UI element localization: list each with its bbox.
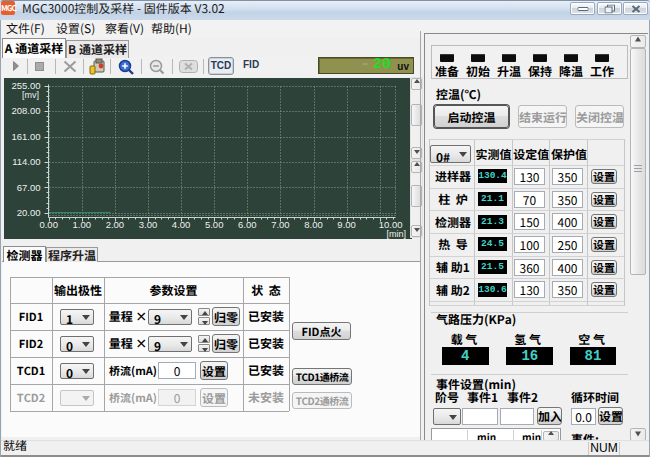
svg-text:5.00: 5.00 [205, 219, 224, 230]
svg-text:67.00: 67.00 [17, 182, 41, 193]
svg-text:8.00: 8.00 [304, 219, 323, 230]
svg-text:[mv]: [mv] [22, 90, 39, 100]
svg-text:3.00: 3.00 [139, 219, 158, 230]
svg-text:114.00: 114.00 [12, 156, 40, 167]
svg-text:[min]: [min] [386, 229, 406, 239]
svg-text:0.00: 0.00 [39, 219, 58, 230]
svg-text:4.00: 4.00 [172, 219, 191, 230]
svg-text:20.00: 20.00 [17, 207, 41, 218]
svg-text:9.00: 9.00 [337, 219, 356, 230]
svg-text:6.00: 6.00 [238, 219, 257, 230]
svg-text:7.00: 7.00 [271, 219, 290, 230]
svg-text:1.00: 1.00 [73, 219, 92, 230]
svg-text:2.00: 2.00 [106, 219, 125, 230]
svg-text:208.00: 208.00 [11, 105, 40, 116]
svg-text:161.00: 161.00 [11, 131, 40, 142]
